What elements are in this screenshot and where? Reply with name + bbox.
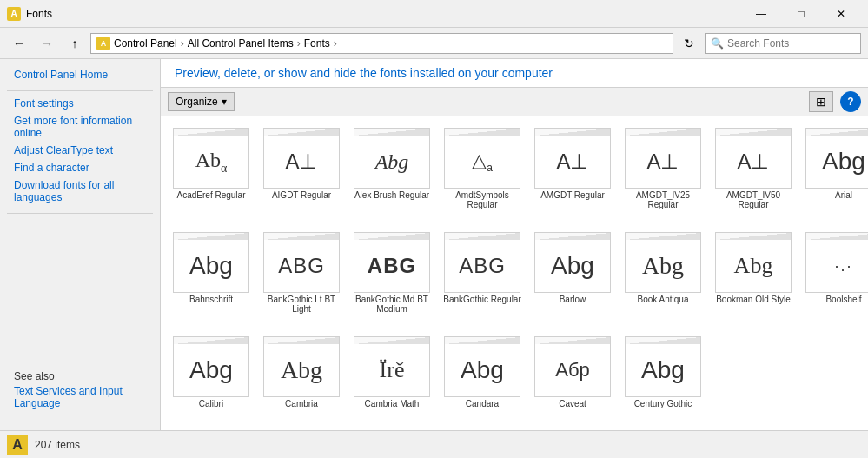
font-item-barlow[interactable]: Abg Barlow (529, 228, 616, 329)
font-name-bahnschrift: Bahnschrift (189, 295, 233, 304)
font-item-century-gothic[interactable]: Abg Century Gothic (620, 332, 706, 423)
address-bar: ← → ↑ A Control Panel › All Control Pane… (0, 28, 868, 59)
path-segment-2[interactable]: All Control Panel Items (188, 37, 294, 50)
search-input[interactable] (727, 37, 855, 50)
font-item-boolshelf[interactable]: ·.· Boolshelf (800, 228, 868, 329)
font-item-alexbrush[interactable]: Abg Alex Brush Regular (348, 123, 435, 224)
toolbar: Organize ▾ ⊞ ? (161, 88, 868, 116)
sidebar-divider-1 (7, 90, 153, 91)
status-item-count: 207 items (35, 439, 80, 451)
font-icon-arial: Abg (805, 128, 868, 189)
window-controls: — □ ✕ (741, 0, 861, 28)
font-item-amgdt50[interactable]: A⊥ AMGDT_IV50 Regular (710, 123, 797, 224)
forward-button[interactable]: → (35, 31, 59, 56)
font-icon-bookman: Abg (715, 232, 792, 293)
see-also-label: See also (0, 367, 69, 386)
font-item-amgdt25[interactable]: A⊥ AMGDT_IV25 Regular (620, 123, 706, 224)
close-button[interactable]: ✕ (821, 0, 861, 28)
font-item-bankgothic[interactable]: ABG BankGothic Regular (439, 228, 526, 329)
up-button[interactable]: ↑ (63, 31, 87, 56)
font-icon-aigdt: A⊥ (263, 128, 340, 189)
title-bar: A Fonts — □ ✕ (0, 0, 868, 28)
font-name-aigdt: AIGDT Regular (272, 190, 331, 200)
font-name-candara: Candara (466, 399, 499, 408)
content-header-text: Preview, delete, or show and hide the fo… (175, 66, 553, 80)
path-sep-2: › (297, 37, 301, 50)
font-name-amgdt50: AMGDT_IV50 Regular (714, 190, 792, 209)
font-item-candara[interactable]: Abg Candara (439, 332, 526, 423)
path-segment-3[interactable]: Fonts (304, 37, 330, 50)
back-button[interactable]: ← (7, 31, 31, 56)
main-layout: Control Panel Home Font settings Get mor… (0, 59, 868, 430)
sidebar-item-control-panel-home[interactable]: Control Panel Home (0, 66, 160, 83)
font-item-bankgothic-lt[interactable]: ABG BankGothic Lt BT Light (258, 228, 345, 329)
font-icon-acadref: Abα (173, 128, 249, 189)
font-icon-bahnschrift: Abg (173, 232, 249, 293)
font-name-bankgothic: BankGothic Regular (443, 295, 521, 304)
font-name-calibri: Calibri (199, 399, 223, 408)
font-item-acadref[interactable]: Abα AcadEref Regular (168, 123, 255, 224)
font-icon-amgdt25: A⊥ (625, 128, 701, 189)
font-icon-cambria-math: Ïrě (354, 336, 430, 397)
font-item-book-antiqua[interactable]: Abg Book Antiqua (620, 228, 706, 329)
font-item-bahnschrift[interactable]: Abg Bahnschrift (168, 228, 255, 329)
font-name-boolshelf: Boolshelf (825, 295, 861, 304)
search-icon: 🔍 (711, 37, 724, 50)
font-item-amgdt[interactable]: A⊥ AMGDT Regular (529, 123, 616, 224)
sidebar-item-find-character[interactable]: Find a character (0, 159, 160, 176)
sidebar-divider-2 (7, 213, 153, 214)
font-item-cambria[interactable]: Abg Cambria (258, 332, 345, 423)
font-icon-boolshelf: ·.· (805, 232, 868, 293)
search-box[interactable]: 🔍 (705, 33, 861, 54)
font-name-barlow: Barlow (560, 295, 586, 304)
path-segment-1[interactable]: Control Panel (114, 37, 177, 50)
content-area: Preview, delete, or show and hide the fo… (161, 59, 868, 430)
status-bar: A 207 items (0, 430, 868, 458)
font-icon-bankgothic-lt: ABG (263, 232, 340, 293)
sidebar-item-text-services[interactable]: Text Services and Input Language (0, 382, 160, 412)
title-bar-title: Fonts (26, 8, 52, 20)
font-item-caveat[interactable]: Абр Caveat (529, 332, 616, 423)
font-name-alexbrush: Alex Brush Regular (354, 190, 429, 200)
path-sep-1: › (181, 37, 184, 50)
refresh-button[interactable]: ↻ (677, 31, 701, 56)
sidebar-item-more-info[interactable]: Get more font information online (0, 112, 160, 142)
font-name-acadref: AcadEref Regular (177, 190, 246, 200)
font-item-calibri[interactable]: Abg Calibri (168, 332, 255, 423)
font-item-bankgothic-md[interactable]: ABG BankGothic Md BT Medium (348, 228, 435, 329)
maximize-button[interactable]: □ (781, 0, 821, 28)
font-item-aigdt[interactable]: A⊥ AIGDT Regular (258, 123, 345, 224)
help-button[interactable]: ? (840, 91, 861, 112)
minimize-button[interactable]: — (741, 0, 781, 28)
font-item-amdtsymbols[interactable]: △a AmdtSymbols Regular (439, 123, 526, 224)
font-item-bookman[interactable]: Abg Bookman Old Style (710, 228, 797, 329)
view-button[interactable]: ⊞ (809, 91, 833, 112)
status-icon: A (7, 435, 28, 455)
font-item-arial[interactable]: Abg Arial (800, 123, 868, 224)
font-icon-amgdt50: A⊥ (715, 128, 792, 189)
font-name-bankgothic-lt: BankGothic Lt BT Light (262, 295, 341, 314)
font-name-amgdt: AMGDT Regular (540, 190, 605, 200)
path-sep-3: › (334, 37, 337, 50)
font-icon-bankgothic-md: ABG (354, 232, 430, 293)
font-name-bookman: Bookman Old Style (716, 295, 791, 304)
font-icon-century-gothic: Abg (625, 336, 701, 397)
font-item-cambria-math[interactable]: Ïrě Cambria Math (348, 332, 435, 423)
font-name-cambria: Cambria (285, 399, 318, 408)
sidebar-item-font-settings[interactable]: Font settings (0, 95, 160, 112)
font-name-bankgothic-md: BankGothic Md BT Medium (353, 295, 431, 314)
font-name-amdtsymbols: AmdtSymbols Regular (443, 190, 521, 209)
font-name-arial: Arial (835, 190, 852, 200)
organize-button[interactable]: Organize ▾ (168, 92, 235, 111)
font-name-caveat: Caveat (559, 399, 586, 408)
font-icon-caveat: Абр (534, 336, 611, 397)
sidebar-item-download-fonts[interactable]: Download fonts for all languages (0, 176, 160, 206)
sidebar-item-cleartype[interactable]: Adjust ClearType text (0, 142, 160, 159)
font-name-cambria-math: Cambria Math (365, 399, 420, 408)
font-icon-alexbrush: Abg (354, 128, 430, 189)
font-icon-candara: Abg (444, 336, 520, 397)
address-path[interactable]: A Control Panel › All Control Panel Item… (90, 33, 673, 54)
font-icon-cambria: Abg (263, 336, 340, 397)
content-header: Preview, delete, or show and hide the fo… (161, 59, 868, 88)
font-icon-amdtsymbols: △a (444, 128, 520, 189)
